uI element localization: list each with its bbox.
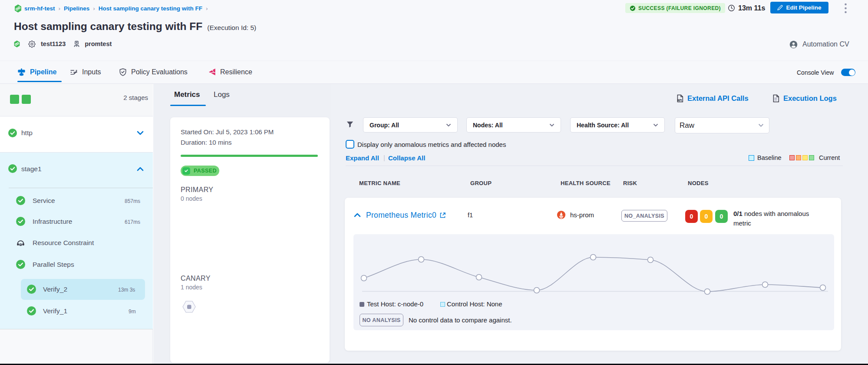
svg-text:API: API bbox=[677, 99, 682, 102]
